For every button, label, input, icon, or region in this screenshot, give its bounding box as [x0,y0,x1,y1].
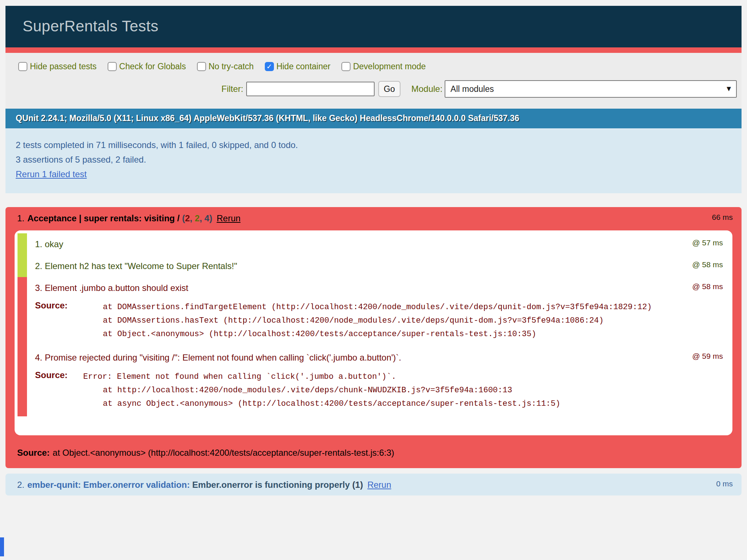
stack-line: at DOMAssertions.hasText (http://localho… [83,314,652,327]
checkbox-label: Development mode [353,62,426,71]
assertion-failed: 3. Element .jumbo a.button should exist … [18,277,729,347]
assertion-text: 2. Element h2 has text "Welcome to Super… [35,261,237,271]
checkbox-label: Check for Globals [119,62,186,71]
stack-trace: at DOMAssertions.findTargetElement (http… [83,300,652,341]
checkbox-hide-passed-tests[interactable]: Hide passed tests [18,62,97,71]
checkbox-check-for-globals[interactable]: Check for Globals [108,62,186,71]
test-runtime: 0 ms [716,479,733,488]
module-select-value: All modules [450,84,494,94]
test-name: visiting / [144,213,182,223]
stack-line: Error: Element not found when calling `c… [83,370,560,384]
stack-line: at async Object.<anonymous> (http://loca… [83,397,560,411]
failed-count: 2 [185,213,190,223]
assertion-runtime: @ 57 ms [692,238,723,247]
assertion-failed: 4. Promise rejected during "visiting /":… [18,347,729,416]
stack-line: at Object.<anonymous> (http://localhost:… [83,327,652,341]
assertion-runtime: @ 58 ms [692,282,723,291]
checkbox-development-mode[interactable]: Development mode [341,62,426,71]
assertion-runtime: @ 59 ms [692,352,723,361]
source-label: Source: [35,300,83,311]
summary-line-1: 2 tests completed in 71 milliseconds, wi… [16,138,734,152]
source-text: at Object.<anonymous> (http://localhost:… [53,448,394,458]
total-count: 1 [355,480,360,490]
assertion-counts: (1) [352,480,363,490]
checkbox-hide-container[interactable]: ✓ Hide container [265,62,330,71]
assertion-passed: 2. Element h2 has text "Welcome to Super… [18,255,729,277]
checkbox-box[interactable] [18,62,27,71]
scroll-position-indicator [0,537,4,556]
passed-count: 2 [195,213,200,223]
checkbox-box-checked[interactable]: ✓ [265,62,274,71]
checkbox-box[interactable] [197,62,206,71]
source-label: Source: [35,370,83,380]
module-name: Acceptance | super rentals: [27,213,144,223]
test-number: 1. [17,213,24,223]
user-agent-bar: QUnit 2.24.1; Mozilla/5.0 (X11; Linux x8… [5,109,742,128]
chevron-down-icon: ▼ [725,85,732,93]
test-name: Ember.onerror is functioning properly [192,480,352,490]
source-label: Source: [17,448,50,458]
assertion-source: Source: at DOMAssertions.findTargetEleme… [35,300,724,341]
test-source: Source:at Object.<anonymous> (http://loc… [5,445,742,468]
toolbar-checkbox-row: Hide passed tests Check for Globals No t… [5,62,742,71]
filter-row: Filter: Go Module: All modules ▼ [5,80,737,98]
test-header: 2.ember-qunit: Ember.onerror validation:… [5,474,742,495]
assertion-passed: 1. okay @ 57 ms [18,233,729,255]
module-select[interactable]: All modules ▼ [445,80,737,98]
rerun-test-link[interactable]: Rerun [367,480,391,490]
assertion-text: 4. Promise rejected during "visiting /":… [35,353,401,362]
filter-label: Filter: [221,84,243,94]
checkbox-box[interactable] [108,62,117,71]
qunit-container: SuperRentals Tests Hide passed tests Che… [0,0,747,495]
total-count: 4 [205,213,209,223]
tests-list: 1.Acceptance | super rentals: visiting /… [5,207,742,495]
test-item-failed: 1.Acceptance | super rentals: visiting /… [5,207,742,468]
filter-input[interactable] [246,82,375,96]
go-button[interactable]: Go [378,81,400,97]
rerun-test-link[interactable]: Rerun [217,213,240,223]
page-title: SuperRentals Tests [5,6,742,47]
fail-banner [5,47,742,53]
assertion-text: 1. okay [35,239,63,249]
module-label: Module: [411,84,442,94]
checkbox-label: No try-catch [209,62,254,71]
test-item-passed: 2.ember-qunit: Ember.onerror validation:… [5,474,742,495]
test-result-summary: 2 tests completed in 71 milliseconds, wi… [5,128,742,193]
summary-line-2: 3 assertions of 5 passed, 2 failed. [16,152,734,167]
test-header: 1.Acceptance | super rentals: visiting /… [5,207,742,229]
rerun-failed-tests-link[interactable]: Rerun 1 failed test [16,169,87,179]
checkbox-label: Hide container [276,62,330,71]
assertion-text: 3. Element .jumbo a.button should exist [35,283,188,293]
checkbox-box[interactable] [341,62,351,71]
stack-trace: Error: Element not found when calling `c… [83,370,560,411]
check-icon: ✓ [266,62,272,71]
testrunner-toolbar: Hide passed tests Check for Globals No t… [5,53,742,109]
test-runtime: 66 ms [712,213,733,222]
assertion-counts: (2, 2, 4) [182,213,212,223]
assertion-source: Source: Error: Element not found when ca… [35,370,724,411]
stack-line: at http://localhost:4200/node_modules/.v… [83,384,560,397]
assertion-runtime: @ 58 ms [692,260,723,269]
stack-line: at DOMAssertions.findTargetElement (http… [83,300,652,314]
checkbox-label: Hide passed tests [30,62,97,71]
module-name: ember-qunit: Ember.onerror validation: [27,480,192,490]
test-number: 2. [17,480,24,490]
checkbox-no-try-catch[interactable]: No try-catch [197,62,254,71]
assert-list: 1. okay @ 57 ms 2. Element h2 has text "… [15,230,732,435]
